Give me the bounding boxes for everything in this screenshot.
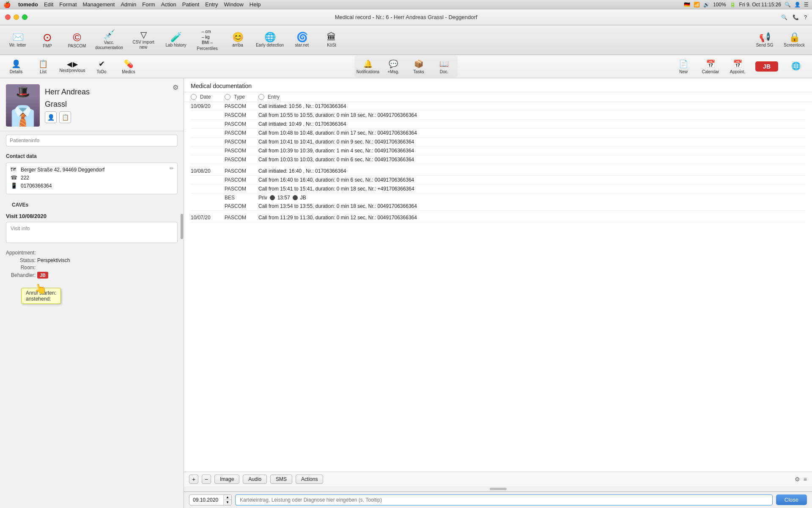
patient-name-line2: Grassl bbox=[45, 100, 90, 109]
close-window-button[interactable] bbox=[5, 14, 11, 20]
tb2-medics[interactable]: 💊 Medics bbox=[116, 56, 141, 77]
date-column-header: Date bbox=[191, 94, 225, 100]
add-entry-button[interactable]: + bbox=[189, 475, 198, 484]
table-row[interactable]: PASCOM Call from 10:03 to 10:03, duratio… bbox=[191, 155, 805, 164]
menu-edit[interactable]: Edit bbox=[44, 1, 53, 8]
app-name[interactable]: tomedo bbox=[18, 1, 38, 8]
date-stepper[interactable]: 09.10.2020 ▲ ▼ bbox=[189, 494, 232, 505]
menu-patient[interactable]: Patient bbox=[182, 1, 199, 8]
entry-content: Call from 16:40 to 16:40, duration: 0 mi… bbox=[258, 177, 805, 183]
title-phone-icon[interactable]: 📞 bbox=[793, 14, 799, 20]
type-radio[interactable] bbox=[225, 94, 230, 100]
table-row[interactable]: 10/09/20 PASCOM Call initiated: 10:56 , … bbox=[191, 102, 805, 111]
toolbar-csv-import[interactable]: ▽ CSV import new bbox=[127, 28, 160, 53]
tb2-notifications[interactable]: 🔔 Notifications bbox=[355, 56, 381, 77]
date-decrement-button[interactable]: ▼ bbox=[224, 500, 231, 505]
fmp-icon: ⊙ bbox=[43, 32, 52, 43]
toolbar-screenlock[interactable]: 🔒 Screenlock bbox=[780, 28, 809, 53]
tb2-todo[interactable]: ✔ ToDo bbox=[89, 56, 114, 77]
medics-icon: 💊 bbox=[124, 59, 133, 69]
date-increment-button[interactable]: ▲ bbox=[224, 495, 231, 500]
tb2-globe[interactable]: 🌐 bbox=[783, 56, 809, 77]
toolbar-vacc-doc[interactable]: 💉 Vacc. documentation bbox=[92, 28, 126, 53]
tb2-appoint[interactable]: 📅 Appoint. bbox=[725, 56, 750, 77]
table-row[interactable]: 10/08/20 PASCOM Call initiated: 16:40 , … bbox=[191, 167, 805, 176]
behandler-key: Behandler: bbox=[6, 272, 36, 278]
actions-button[interactable]: Actions bbox=[296, 475, 323, 484]
left-panel-scroll-thumb[interactable] bbox=[181, 214, 183, 239]
table-row[interactable]: PASCOM Call from 15:41 to 15:41, duratio… bbox=[191, 185, 805, 193]
table-row[interactable]: 10/07/20 PASCOM Call from 11:29 to 11:30… bbox=[191, 213, 805, 222]
left-panel-scrollbar[interactable] bbox=[180, 163, 184, 508]
jb-radio[interactable] bbox=[293, 195, 298, 200]
table-row[interactable]: PASCOM Call initiated: 10:49 , Nr.: 0170… bbox=[191, 120, 805, 129]
audio-button[interactable]: Audio bbox=[243, 475, 267, 484]
tb2-details[interactable]: 👤 Details bbox=[3, 56, 29, 77]
minimize-window-button[interactable] bbox=[14, 14, 19, 20]
patient-info-button[interactable]: 👤 bbox=[45, 111, 57, 123]
close-button[interactable]: Close bbox=[776, 494, 807, 505]
tb2-tasks[interactable]: 📦 Tasks bbox=[406, 56, 431, 77]
toolbar-arriba[interactable]: 😊 arriba bbox=[223, 28, 252, 53]
anruf-tooltip: Anruf starten: anstehend: bbox=[21, 288, 61, 304]
date-radio[interactable] bbox=[191, 94, 197, 100]
menu-entry[interactable]: Entry bbox=[205, 1, 218, 8]
menu-action[interactable]: Action bbox=[161, 1, 176, 8]
patient-settings-button[interactable]: ⚙ bbox=[173, 83, 178, 91]
tb2-calendar[interactable]: 📅 Calendar bbox=[698, 56, 723, 77]
image-button[interactable]: Image bbox=[214, 475, 239, 484]
menu-format[interactable]: Format bbox=[59, 1, 77, 8]
tb2-msg[interactable]: 💬 +Msg. bbox=[381, 56, 406, 77]
tb2-doc[interactable]: 📖 Doc. bbox=[431, 56, 457, 77]
table-row[interactable]: PASCOM Call from 10:55 to 10:55, duratio… bbox=[191, 111, 805, 120]
menu-admin[interactable]: Admin bbox=[121, 1, 136, 8]
toolbar-early-detection[interactable]: 🌐 Early detection bbox=[253, 28, 287, 53]
sms-button[interactable]: SMS bbox=[270, 475, 292, 484]
entry-radio[interactable] bbox=[258, 94, 264, 100]
menu-form[interactable]: Form bbox=[142, 1, 155, 8]
remove-entry-button[interactable]: − bbox=[202, 475, 211, 484]
toolbar-lab-history[interactable]: 🧪 Lab history bbox=[161, 28, 191, 53]
toolbar-kost[interactable]: 🏛 KöSt bbox=[317, 28, 346, 53]
table-row[interactable]: PASCOM Call from 10:39 to 10:39, duratio… bbox=[191, 146, 805, 155]
entry-type: PASCOM bbox=[225, 112, 258, 118]
menu-window[interactable]: Window bbox=[224, 1, 244, 8]
visit-info-field[interactable]: Visit info bbox=[6, 222, 178, 243]
table-row[interactable]: PASCOM Call from 16:40 to 16:40, duratio… bbox=[191, 176, 805, 185]
toolbar-percentiles[interactable]: – cm– kgBMI – Percentiles bbox=[192, 28, 222, 53]
toolbar-wr-letter[interactable]: ✉️ Wr. letter bbox=[3, 28, 32, 53]
toolbar-send-sg[interactable]: 📢 Send SG bbox=[750, 28, 779, 53]
edit-contact-button[interactable]: ✏ bbox=[170, 166, 174, 171]
appoint-icon: 📅 bbox=[733, 59, 742, 69]
contact-phone-mobile-row[interactable]: 📱 01706366364 bbox=[11, 182, 173, 189]
tb2-new[interactable]: 📄 New bbox=[671, 56, 696, 77]
menu-help[interactable]: Help bbox=[250, 1, 261, 8]
patient-notes-button[interactable]: 📋 bbox=[59, 111, 71, 123]
toolbar-pascom[interactable]: © PASCOM bbox=[63, 28, 91, 53]
doc-settings-icon[interactable]: ⚙ bbox=[795, 476, 800, 483]
search-icon[interactable]: 🔍 bbox=[785, 2, 791, 8]
table-row[interactable]: BES Priv 13:57 JB bbox=[191, 193, 805, 202]
input-bar: 09.10.2020 ▲ ▼ Close bbox=[184, 491, 812, 508]
table-row[interactable]: PASCOM Call from 10:48 to 10:48, duratio… bbox=[191, 129, 805, 138]
patient-info-field[interactable]: Patienteninfo bbox=[6, 135, 178, 146]
user-badge[interactable]: JB bbox=[755, 61, 778, 72]
star-net-icon: 🌀 bbox=[296, 33, 308, 42]
toolbar-star-net[interactable]: 🌀 star.net bbox=[288, 28, 316, 53]
tb2-next-prev[interactable]: ◀ ▶ Next/previous bbox=[58, 56, 87, 77]
table-row[interactable]: PASCOM Call from 13:54 to 13:55, duratio… bbox=[191, 202, 805, 211]
priv-radio[interactable] bbox=[270, 195, 275, 200]
send-sg-icon: 📢 bbox=[759, 33, 771, 42]
maximize-window-button[interactable] bbox=[22, 14, 27, 20]
entry-type: PASCOM bbox=[225, 177, 258, 183]
toolbar-fmp[interactable]: ⊙ FMP bbox=[33, 28, 62, 53]
title-help-icon[interactable]: ? bbox=[804, 14, 807, 20]
appointment-status-row: Status: Perspektivisch bbox=[6, 257, 178, 263]
entry-input-field[interactable] bbox=[235, 494, 773, 505]
entry-type: PASCOM bbox=[225, 148, 258, 154]
title-search-icon[interactable]: 🔍 bbox=[781, 14, 787, 20]
doc-list-view-icon[interactable]: ≡ bbox=[804, 476, 807, 483]
table-row[interactable]: PASCOM Call from 10:41 to 10:41, duratio… bbox=[191, 138, 805, 146]
menu-management[interactable]: Management bbox=[83, 1, 115, 8]
tb2-list[interactable]: 📋 List bbox=[30, 56, 56, 77]
